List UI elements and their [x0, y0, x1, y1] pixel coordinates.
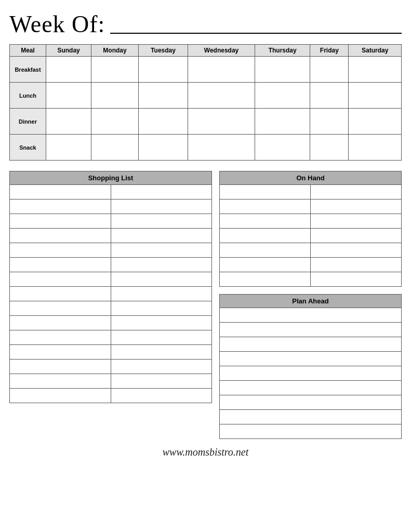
week-of-underline [110, 33, 402, 34]
meal-cell[interactable] [349, 57, 402, 83]
meal-cell[interactable] [91, 83, 139, 109]
shopping-cell-left[interactable] [10, 301, 111, 316]
shopping-cell-right[interactable] [111, 360, 212, 374]
shopping-cell-right[interactable] [111, 345, 212, 360]
meal-cell[interactable] [310, 83, 349, 109]
meal-cell[interactable] [138, 109, 188, 135]
onhand-cell-left[interactable] [220, 258, 311, 272]
week-of-label: Week Of: [9, 10, 105, 38]
onhand-cell-left[interactable] [220, 214, 311, 229]
shopping-cell-right[interactable] [111, 200, 212, 214]
onhand-cell-left[interactable] [220, 243, 311, 258]
shopping-cell-right[interactable] [111, 272, 212, 287]
shopping-list-title: Shopping List [10, 171, 212, 185]
onhand-cell-right[interactable] [311, 200, 402, 214]
meal-planner-table: Meal Sunday Monday Tuesday Wednesday Thu… [9, 44, 402, 161]
meal-cell[interactable] [255, 83, 310, 109]
shopping-cell-right[interactable] [111, 389, 212, 403]
footer: www.momsbistro.net [9, 446, 402, 458]
shopping-cell-left[interactable] [10, 200, 111, 214]
plan-ahead-table: Plan Ahead [219, 294, 402, 439]
shopping-cell-left[interactable] [10, 330, 111, 345]
onhand-cell-right[interactable] [311, 214, 402, 229]
meal-cell[interactable] [46, 83, 91, 109]
shopping-cell-left[interactable] [10, 214, 111, 229]
plan-ahead-cell[interactable] [220, 381, 402, 395]
onhand-cell-right[interactable] [311, 272, 402, 287]
shopping-cell-right[interactable] [111, 214, 212, 229]
meal-cell[interactable] [310, 57, 349, 83]
shopping-cell-left[interactable] [10, 374, 111, 389]
meal-cell[interactable] [349, 109, 402, 135]
shopping-cell-left[interactable] [10, 360, 111, 374]
onhand-cell-left[interactable] [220, 185, 311, 200]
meal-cell[interactable] [91, 109, 139, 135]
meal-cell[interactable] [310, 109, 349, 135]
meal-cell[interactable] [138, 57, 188, 83]
onhand-cell-right[interactable] [311, 229, 402, 243]
shopping-cell-right[interactable] [111, 316, 212, 330]
meal-row-label: Snack [10, 135, 46, 161]
shopping-cell-right[interactable] [111, 258, 212, 272]
col-meal: Meal [10, 45, 46, 57]
meal-cell[interactable] [188, 109, 255, 135]
shopping-cell-right[interactable] [111, 243, 212, 258]
shopping-cell-right[interactable] [111, 330, 212, 345]
plan-ahead-cell[interactable] [220, 308, 402, 323]
meal-cell[interactable] [138, 135, 188, 161]
col-monday: Monday [91, 45, 139, 57]
col-sunday: Sunday [46, 45, 91, 57]
onhand-cell-left[interactable] [220, 229, 311, 243]
bottom-section: Shopping List On Hand Plan Ahead [9, 171, 402, 439]
plan-ahead-cell[interactable] [220, 424, 402, 439]
meal-cell[interactable] [310, 135, 349, 161]
col-friday: Friday [310, 45, 349, 57]
shopping-cell-left[interactable] [10, 389, 111, 403]
meal-cell[interactable] [349, 135, 402, 161]
plan-ahead-cell[interactable] [220, 337, 402, 352]
meal-cell[interactable] [46, 135, 91, 161]
meal-cell[interactable] [255, 57, 310, 83]
shopping-cell-left[interactable] [10, 345, 111, 360]
shopping-cell-left[interactable] [10, 229, 111, 243]
onhand-cell-left[interactable] [220, 200, 311, 214]
week-of-section: Week Of: [9, 10, 402, 38]
plan-ahead-cell[interactable] [220, 395, 402, 410]
meal-cell[interactable] [46, 57, 91, 83]
shopping-cell-left[interactable] [10, 258, 111, 272]
meal-cell[interactable] [255, 109, 310, 135]
meal-cell[interactable] [349, 83, 402, 109]
meal-cell[interactable] [188, 83, 255, 109]
on-hand-table: On Hand [219, 171, 402, 287]
onhand-cell-right[interactable] [311, 243, 402, 258]
meal-cell[interactable] [138, 83, 188, 109]
shopping-cell-left[interactable] [10, 287, 111, 301]
meal-cell[interactable] [91, 57, 139, 83]
shopping-cell-right[interactable] [111, 229, 212, 243]
shopping-cell-left[interactable] [10, 243, 111, 258]
meal-cell[interactable] [46, 109, 91, 135]
shopping-cell-left[interactable] [10, 185, 111, 200]
meal-cell[interactable] [255, 135, 310, 161]
meal-cell[interactable] [188, 57, 255, 83]
shopping-cell-left[interactable] [10, 316, 111, 330]
onhand-cell-right[interactable] [311, 185, 402, 200]
meal-cell[interactable] [188, 135, 255, 161]
shopping-cell-right[interactable] [111, 287, 212, 301]
shopping-cell-left[interactable] [10, 272, 111, 287]
plan-ahead-cell[interactable] [220, 352, 402, 366]
shopping-list-table: Shopping List [9, 171, 212, 403]
plan-ahead-title: Plan Ahead [220, 295, 402, 308]
plan-ahead-cell[interactable] [220, 366, 402, 381]
plan-ahead-cell[interactable] [220, 323, 402, 337]
onhand-cell-left[interactable] [220, 272, 311, 287]
shopping-cell-right[interactable] [111, 301, 212, 316]
shopping-cell-right[interactable] [111, 185, 212, 200]
meal-cell[interactable] [91, 135, 139, 161]
onhand-cell-right[interactable] [311, 258, 402, 272]
shopping-cell-right[interactable] [111, 374, 212, 389]
plan-ahead-cell[interactable] [220, 410, 402, 424]
meal-row-label: Dinner [10, 109, 46, 135]
meal-row-label: Breakfast [10, 57, 46, 83]
col-wednesday: Wednesday [188, 45, 255, 57]
